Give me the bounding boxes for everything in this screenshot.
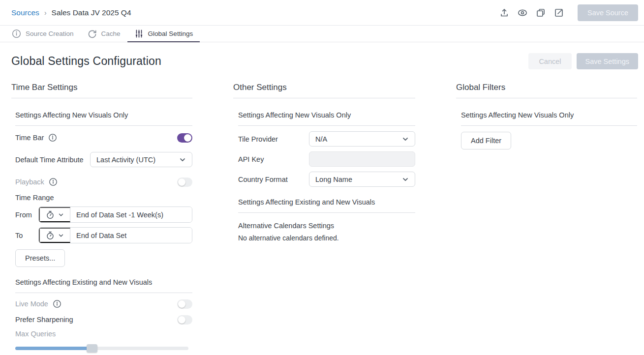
toggle-knob (178, 178, 185, 186)
chevron-down-icon (58, 212, 64, 218)
cancel-button[interactable]: Cancel (528, 53, 571, 69)
breadcrumb-current: Sales Data JV 2025 Q4 (52, 8, 131, 17)
prefer-sharpening-row: Prefer Sharpening (15, 313, 192, 326)
max-queries-row: Max Queries (15, 330, 192, 338)
tab-cache[interactable]: Cache (81, 26, 127, 42)
tile-provider-label: Tile Provider (238, 135, 309, 143)
save-source-button[interactable]: Save Source (578, 4, 638, 21)
subheader-new-visuals: Settings Affecting New Visuals Only (15, 111, 192, 126)
breadcrumb-sources-link[interactable]: Sources (11, 8, 39, 17)
default-time-attribute-label: Default Time Attribute (15, 152, 84, 167)
info-icon[interactable] (49, 178, 58, 186)
title-row: Global Settings Configuration Cancel Sav… (0, 42, 644, 69)
info-icon[interactable] (53, 299, 61, 308)
subheader-new-visuals: Settings Affecting New Visuals Only (461, 111, 637, 126)
to-label: To (15, 232, 38, 239)
title-actions: Cancel Save Settings (528, 53, 638, 69)
slider-fill (15, 347, 92, 350)
live-mode-row: Live Mode (15, 297, 192, 311)
presets-row: Presets... (15, 249, 192, 267)
from-value-input[interactable] (70, 207, 192, 222)
country-format-label: Country Format (238, 176, 309, 183)
chevron-down-icon (179, 156, 186, 163)
breadcrumb-separator: › (44, 9, 47, 17)
refresh-icon (88, 29, 97, 38)
to-value-input[interactable] (70, 228, 192, 243)
section-title-other: Other Settings (233, 83, 415, 98)
tab-label: Source Creation (26, 30, 74, 37)
chevron-down-icon (402, 136, 409, 143)
selected-value: N/A (315, 135, 327, 143)
time-bar-toggle[interactable] (177, 133, 192, 143)
info-icon (12, 29, 21, 38)
tile-provider-select[interactable]: N/A (309, 131, 415, 147)
toggle-knob (178, 300, 185, 308)
tile-provider-row: Tile Provider N/A (238, 131, 415, 147)
global-filters-section: Global Filters Settings Affecting New Vi… (456, 83, 637, 355)
presets-button[interactable]: Presets... (15, 249, 65, 267)
upload-icon (499, 7, 510, 18)
prefer-sharpening-label: Prefer Sharpening (15, 316, 73, 324)
toggle-knob (178, 316, 185, 324)
max-queries-label: Max Queries (15, 330, 56, 338)
stopwatch-icon (46, 231, 55, 240)
subheader-existing-visuals: Settings Affecting Existing and New Visu… (15, 278, 192, 293)
copy-icon (535, 7, 546, 18)
tab-bar: Source Creation Cache Global Settings (0, 26, 644, 42)
time-range-to-row: To (15, 227, 192, 243)
time-range-label: Time Range (15, 194, 54, 202)
stopwatch-icon (46, 210, 55, 219)
edit-icon (553, 7, 564, 18)
from-control-group (38, 207, 192, 223)
chevron-down-icon (58, 233, 64, 238)
section-title-time-bar: Time Bar Settings (11, 83, 192, 98)
section-title-global-filters: Global Filters (456, 83, 637, 98)
eye-icon (517, 7, 528, 18)
sliders-icon (134, 29, 144, 38)
duplicate-button[interactable] (535, 7, 546, 18)
time-range-row: Time Range (15, 194, 192, 202)
save-settings-button[interactable]: Save Settings (577, 53, 638, 69)
chevron-down-icon (402, 176, 409, 183)
max-queries-slider[interactable] (15, 344, 188, 353)
page-title: Global Settings Configuration (11, 55, 161, 68)
add-filter-button[interactable]: Add Filter (461, 132, 511, 149)
rename-button[interactable] (553, 7, 564, 18)
api-key-input[interactable] (309, 151, 415, 167)
top-bar: Sources › Sales Data JV 2025 Q4 (0, 0, 644, 26)
time-bar-settings-section: Time Bar Settings Settings Affecting New… (11, 83, 192, 355)
subheader-existing-visuals: Settings Affecting Existing and New Visu… (238, 198, 415, 213)
settings-columns: Time Bar Settings Settings Affecting New… (0, 69, 644, 355)
other-settings-section: Other Settings Settings Affecting New Vi… (233, 83, 415, 355)
playback-label: Playback (15, 178, 44, 186)
time-bar-label: Time Bar (15, 134, 44, 142)
tab-source-creation[interactable]: Source Creation (5, 26, 81, 42)
tab-label: Cache (101, 30, 121, 37)
from-label: From (15, 211, 38, 219)
selected-value: Last Activity (UTC) (96, 156, 155, 164)
top-actions: Save Source (499, 4, 638, 21)
alternative-calendars-empty-text: No alternative calendars defined. (238, 234, 415, 242)
tab-global-settings[interactable]: Global Settings (127, 26, 200, 42)
to-mode-dropdown[interactable] (39, 228, 70, 243)
time-bar-row: Time Bar (15, 130, 192, 145)
default-time-attribute-row: Default Time Attribute Last Activity (UT… (15, 148, 192, 171)
live-mode-label: Live Mode (15, 300, 48, 308)
slider-handle[interactable] (87, 344, 97, 353)
to-control-group (38, 227, 192, 243)
export-button[interactable] (499, 7, 510, 18)
tab-label: Global Settings (148, 30, 193, 37)
time-range-from-row: From (15, 207, 192, 223)
playback-toggle[interactable] (177, 178, 192, 187)
toggle-knob (184, 134, 191, 142)
default-time-attribute-select[interactable]: Last Activity (UTC) (90, 152, 192, 167)
country-format-select[interactable]: Long Name (309, 172, 415, 187)
prefer-sharpening-toggle[interactable] (177, 315, 192, 325)
preview-button[interactable] (517, 7, 528, 18)
live-mode-toggle[interactable] (177, 299, 192, 309)
playback-row: Playback (15, 175, 192, 189)
selected-value: Long Name (315, 176, 352, 183)
from-mode-dropdown[interactable] (39, 207, 70, 222)
api-key-label: API Key (238, 155, 309, 163)
info-icon[interactable] (48, 133, 57, 142)
